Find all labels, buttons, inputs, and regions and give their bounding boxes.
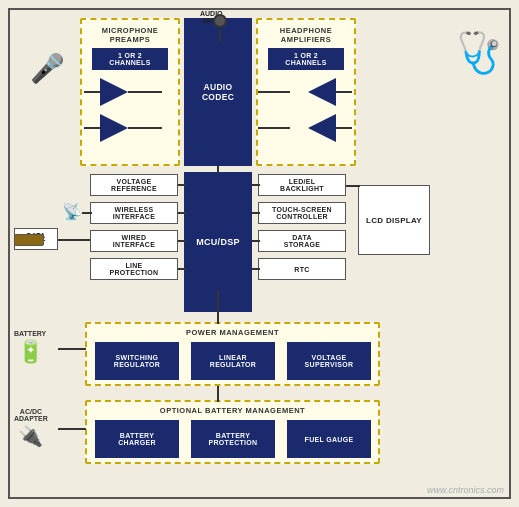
- headphone-section: HEADPHONEAMPLIFIERS 1 OR 2CHANNELS: [256, 18, 356, 166]
- acdc-icon: 🔌: [14, 424, 48, 448]
- antenna-icon: 📡: [62, 202, 82, 221]
- arr-dport: [58, 239, 90, 241]
- arr-vref: [178, 184, 186, 186]
- arr-line: [178, 268, 186, 270]
- arr-ant: [82, 212, 92, 214]
- out-arrow-1: [336, 91, 352, 93]
- diagram: MICROPHONEPREAMPS 1 OR 2CHANNELS AUDIOCO…: [0, 0, 519, 507]
- acdc-area: AC/DCADAPTER 🔌: [14, 408, 48, 448]
- audio-jack-icon: [213, 14, 227, 28]
- batt-protect: BATTERYPROTECTION: [191, 420, 275, 458]
- arr-wired: [178, 240, 186, 242]
- batt-mgmt-title: OPTIONAL BATTERY MANAGEMENT: [87, 406, 378, 415]
- line-protection: LINEPROTECTION: [90, 258, 178, 280]
- battery-area: BATTERY 🔋: [14, 330, 46, 365]
- data-storage: DATASTORAGE: [258, 230, 346, 252]
- arr-wifi: [178, 212, 186, 214]
- switching-reg: SWITCHINGREGULATOR: [95, 342, 179, 380]
- battery-label: BATTERY: [14, 330, 46, 337]
- power-mgmt-section: POWER MANAGEMENT SWITCHINGREGULATOR LINE…: [85, 322, 380, 386]
- arrow-mic-1: [128, 91, 162, 93]
- voltage-ref: VOLTAGEREFERENCE: [90, 174, 178, 196]
- out-arrow-2: [336, 127, 352, 129]
- battery-icon: 🔋: [14, 339, 46, 365]
- arr-pm-mcu: [217, 290, 219, 324]
- acdc-label: AC/DCADAPTER: [14, 408, 48, 422]
- arrow-hp-2: [258, 127, 290, 129]
- power-mgmt-title: POWER MANAGEMENT: [87, 328, 378, 337]
- amp-triangle-1: [100, 78, 128, 106]
- in-arrow-1: [84, 91, 100, 93]
- microphone-section: MICROPHONEPREAMPS 1 OR 2CHANNELS: [80, 18, 180, 166]
- arr-batt: [58, 348, 86, 350]
- arr-stor: [252, 240, 260, 242]
- in-arrow-2: [84, 127, 100, 129]
- audio-codec: AUDIOCODEC: [184, 18, 252, 166]
- hp-channels: 1 OR 2CHANNELS: [268, 48, 344, 70]
- voltage-super: VOLTAGESUPERVISOR: [287, 342, 371, 380]
- jack-arrow: [219, 30, 221, 42]
- rtc: RTC: [258, 258, 346, 280]
- wired-interface: WIREDINTERFACE: [90, 230, 178, 252]
- led-backlight: LED/ELBACKLIGHT: [258, 174, 346, 196]
- headphone-label: HEADPHONEAMPLIFIERS: [258, 26, 354, 44]
- arr-led: [252, 184, 260, 186]
- amp-triangle-2: [100, 114, 128, 142]
- arrow-hp-1: [258, 91, 290, 93]
- mic-channels: 1 OR 2CHANNELS: [92, 48, 168, 70]
- watermark: www.cntronics.com: [427, 485, 504, 495]
- data-port-connector: [14, 234, 44, 246]
- arrow-mic-2: [128, 127, 162, 129]
- batt-charger: BATTERYCHARGER: [95, 420, 179, 458]
- wireless-interface: WIRELESSINTERFACE: [90, 202, 178, 224]
- fuel-gauge: FUEL GAUGE: [287, 420, 371, 458]
- amp-triangle-4: [308, 114, 336, 142]
- arr-codec-mcu: [217, 166, 219, 174]
- lcd-display: LCD DISPLAY: [358, 185, 430, 255]
- microphone-icon: 🎤: [30, 52, 65, 85]
- arr-bm-pm: [217, 386, 219, 402]
- microphone-label: MICROPHONEPREAMPS: [82, 26, 178, 44]
- arr-acdc: [58, 428, 86, 430]
- linear-reg: LINEARREGULATOR: [191, 342, 275, 380]
- arr-touch: [252, 212, 260, 214]
- touch-screen: TOUCH-SCREENCONTROLLER: [258, 202, 346, 224]
- batt-mgmt-section: OPTIONAL BATTERY MANAGEMENT BATTERYCHARG…: [85, 400, 380, 464]
- amp-triangle-3: [308, 78, 336, 106]
- arr-rtc: [252, 268, 260, 270]
- arr-lcd: [346, 185, 360, 187]
